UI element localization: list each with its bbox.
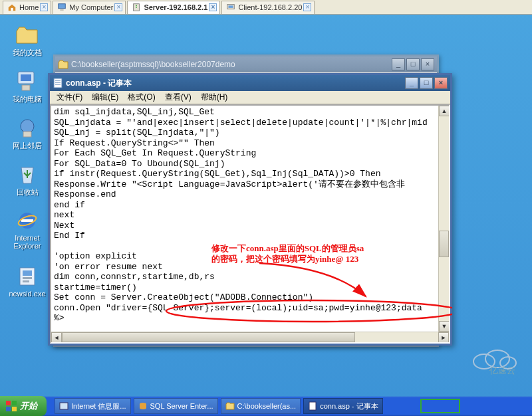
desktop-icon-ie[interactable]: Internet Explorer <box>4 209 51 250</box>
taskbar-button-sqlserver[interactable]: SQL Server Enter... <box>134 398 218 414</box>
folder-icon <box>225 401 235 411</box>
maximize-button[interactable]: □ <box>406 58 420 70</box>
vm-tab-label: Client-192.168.2.20 <box>238 3 302 11</box>
menubar: 文件(F) 编辑(E) 格式(O) 查看(V) 帮助(H) <box>50 91 450 104</box>
taskbar-button-label: C:\bookseller(as... <box>237 402 297 410</box>
desktop-icon-label: Internet Explorer <box>4 234 51 250</box>
annotation-line: 的密码，把这个密码填写为yinhe@ 123 <box>211 254 391 264</box>
svg-rect-6 <box>229 5 233 8</box>
svg-rect-11 <box>23 132 31 137</box>
close-icon[interactable]: × <box>303 3 311 11</box>
editor-area: dim sql_injdata,SQL_inj,SQL_Get SQL_injd… <box>50 104 450 344</box>
svg-rect-1 <box>61 9 64 11</box>
scroll-thumb[interactable] <box>439 231 449 257</box>
vm-tab-my-computer[interactable]: My Computer × <box>53 1 126 14</box>
minimize-button[interactable]: _ <box>392 58 405 70</box>
windows-logo-icon <box>5 400 17 412</box>
server-icon <box>132 3 141 12</box>
menu-edit[interactable]: 编辑(E) <box>88 91 122 104</box>
taskbar-button-explorer[interactable]: C:\bookseller(as... <box>221 398 301 414</box>
desktop: 我的文档 我的电脑 网上邻居 回收站 Internet Explorer new… <box>0 15 532 396</box>
taskbar: 开始 Internet 信息服... SQL Server Enter... C… <box>0 396 532 416</box>
desktop-icon-label: 网上邻居 <box>4 141 51 151</box>
computer-icon <box>14 69 41 93</box>
vm-tab-client[interactable]: Client-192.168.2.20 × <box>221 1 315 14</box>
close-icon[interactable]: × <box>114 3 122 11</box>
vm-tab-label: My Computer <box>69 3 113 11</box>
home-icon <box>7 3 17 12</box>
scroll-track[interactable] <box>439 116 449 321</box>
maximize-button[interactable]: □ <box>420 77 433 89</box>
scroll-left-button[interactable]: ◄ <box>51 332 62 343</box>
close-icon[interactable]: × <box>209 3 217 11</box>
svg-rect-24 <box>12 401 17 405</box>
recycle-icon <box>14 162 41 186</box>
desktop-icon-my-computer[interactable]: 我的电脑 <box>4 69 51 104</box>
horizontal-scrollbar[interactable]: ◄ ► <box>51 332 449 342</box>
folder-icon <box>14 23 41 47</box>
vm-tab-server[interactable]: Server-192.168.2.1 × <box>127 1 220 14</box>
client-icon <box>226 3 235 12</box>
menu-help[interactable]: 帮助(H) <box>197 91 232 104</box>
desktop-icon-recycle-bin[interactable]: 回收站 <box>4 162 51 197</box>
scroll-down-button[interactable]: ▼ <box>439 321 450 332</box>
taskbar-button-label: SQL Server Enter... <box>150 402 213 410</box>
menu-format[interactable]: 格式(O) <box>124 91 159 104</box>
text-editor[interactable]: dim sql_injdata,SQL_inj,SQL_Get SQL_injd… <box>51 106 438 332</box>
scroll-right-button[interactable]: ► <box>438 332 449 343</box>
desktop-icon-my-documents[interactable]: 我的文档 <box>4 23 51 58</box>
watermark: 亿速云 <box>464 343 531 375</box>
desktop-icon-newsid[interactable]: newsid.exe <box>4 264 51 298</box>
network-icon <box>14 116 41 140</box>
svg-rect-17 <box>23 280 29 282</box>
window-title: conn.asp - 记事本 <box>66 78 132 89</box>
notepad-titlebar[interactable]: conn.asp - 记事本 _ □ × <box>50 75 450 91</box>
svg-rect-27 <box>60 403 68 409</box>
app-icon <box>59 401 68 411</box>
vm-tab-label: Home <box>19 3 39 11</box>
exe-icon <box>14 264 41 288</box>
minimize-button[interactable]: _ <box>405 77 418 89</box>
ie-icon <box>14 209 41 233</box>
scroll-thumb[interactable] <box>62 332 355 342</box>
scroll-track[interactable] <box>62 332 438 342</box>
window-title: C:\bookseller(asptmssql)\bookseller2007d… <box>71 60 235 69</box>
close-icon[interactable]: × <box>40 3 48 11</box>
svg-point-10 <box>21 120 34 133</box>
svg-rect-14 <box>20 268 35 285</box>
desktop-icon-label: newsid.exe <box>4 290 51 298</box>
svg-rect-9 <box>22 85 30 90</box>
folder-icon <box>58 59 68 70</box>
pc-icon <box>57 3 66 12</box>
start-button[interactable]: 开始 <box>0 396 47 416</box>
taskbar-button-notepad[interactable]: conn.asp - 记事本 <box>303 398 382 414</box>
desktop-icon-label: 我的电脑 <box>4 94 51 104</box>
app-icon <box>138 401 148 411</box>
vertical-scrollbar[interactable]: ▲ ▼ <box>438 106 449 332</box>
svg-point-3 <box>136 5 138 7</box>
annotation-line: 修改一下conn.asp里面的SQL的管理员sa <box>211 243 391 254</box>
scroll-up-button[interactable]: ▲ <box>439 106 450 116</box>
notepad-icon <box>308 401 317 411</box>
explorer-titlebar[interactable]: C:\bookseller(asptmssql)\bookseller2007d… <box>55 56 437 72</box>
svg-point-4 <box>136 7 138 8</box>
taskbar-button-iis[interactable]: Internet 信息服... <box>55 398 131 414</box>
start-label: 开始 <box>20 400 37 412</box>
svg-rect-18 <box>54 78 62 88</box>
svg-rect-15 <box>23 270 32 276</box>
menu-file[interactable]: 文件(F) <box>53 91 86 104</box>
notepad-icon <box>53 78 63 88</box>
svg-rect-23 <box>6 401 11 405</box>
desktop-icon-network[interactable]: 网上邻居 <box>4 116 51 151</box>
close-button[interactable]: × <box>421 58 434 70</box>
svg-rect-8 <box>21 74 31 81</box>
menu-view[interactable]: 查看(V) <box>161 91 196 104</box>
vm-tab-bar: Home × My Computer × Server-192.168.2.1 … <box>0 0 532 15</box>
vm-tab-home[interactable]: Home × <box>3 1 51 14</box>
close-button[interactable]: × <box>434 77 448 89</box>
svg-rect-25 <box>6 407 11 411</box>
notepad-window: conn.asp - 记事本 _ □ × 文件(F) 编辑(E) 格式(O) 查… <box>48 73 452 346</box>
taskbar-button-label: conn.asp - 记事本 <box>320 401 378 411</box>
taskbar-button-label: Internet 信息服... <box>71 401 126 411</box>
svg-rect-29 <box>309 402 316 410</box>
